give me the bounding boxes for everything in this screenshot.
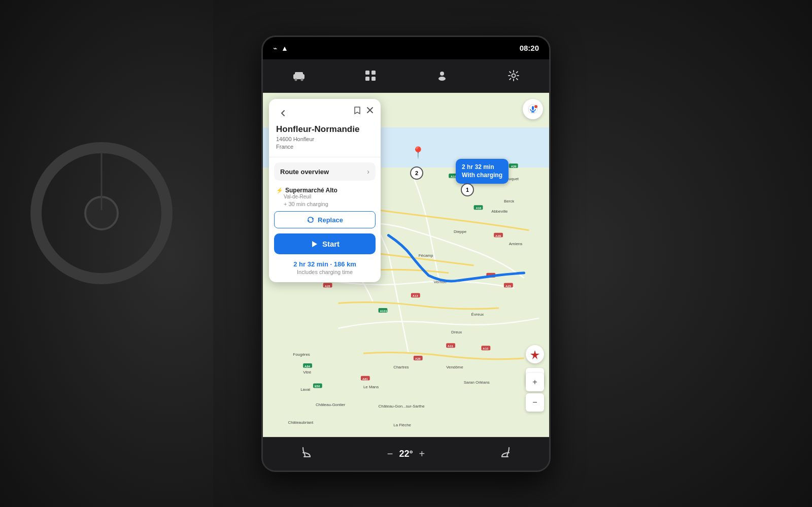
svg-text:A131: A131 <box>380 310 388 313</box>
speed-button[interactable] <box>526 345 544 363</box>
route-overview-button[interactable]: Route overview › <box>274 162 376 181</box>
temperature-control: − 22° + <box>387 448 425 460</box>
close-button[interactable] <box>366 107 374 116</box>
svg-point-3 <box>300 79 303 81</box>
svg-point-2 <box>294 79 297 81</box>
map-container: A26 A16 A16 A29 A13 A25 A13 A131 <box>263 93 549 437</box>
zoom-in-button[interactable]: + <box>526 373 544 391</box>
svg-rect-6 <box>365 77 369 81</box>
svg-text:Dreux: Dreux <box>451 329 462 334</box>
wifi-icon: ▲ <box>281 44 288 52</box>
destination-pin: 📍 <box>411 146 425 159</box>
tablet: ⌁ ▲ 08:20 <box>261 36 551 472</box>
charging-time: + 30 min charging <box>284 201 374 207</box>
svg-text:Berck: Berck <box>504 199 514 204</box>
svg-rect-5 <box>371 71 376 75</box>
svg-rect-1 <box>295 72 303 75</box>
seat-left-icon[interactable] <box>300 446 313 462</box>
replace-icon <box>307 216 315 224</box>
svg-text:A84: A84 <box>304 364 311 367</box>
svg-text:A13: A13 <box>413 294 419 297</box>
status-bar: ⌁ ▲ 08:20 <box>263 37 549 59</box>
navigation-icon: ⌁ <box>273 44 277 52</box>
replace-button[interactable]: Replace <box>274 211 376 228</box>
svg-point-8 <box>440 72 444 76</box>
svg-text:Château-Gon...sur-Sarthe: Château-Gon...sur-Sarthe <box>379 404 425 409</box>
svg-text:Dieppe: Dieppe <box>454 229 467 233</box>
steering-wheel-area <box>0 0 213 507</box>
svg-text:A11: A11 <box>448 345 454 348</box>
svg-text:Le Mans: Le Mans <box>363 385 379 389</box>
nav-gear-icon[interactable] <box>503 65 524 86</box>
svg-text:Saran Orléans: Saran Orléans <box>464 380 490 384</box>
nav-person-icon[interactable] <box>432 65 452 86</box>
svg-text:Vitré: Vitré <box>303 369 312 374</box>
seat-right-icon[interactable] <box>499 446 512 462</box>
waypoint-marker-2: 2 <box>410 166 423 180</box>
temp-value: 22° <box>399 449 413 459</box>
svg-text:La Flèche: La Flèche <box>393 422 411 427</box>
svg-rect-7 <box>371 77 376 81</box>
svg-point-70 <box>534 105 537 108</box>
svg-text:E50: E50 <box>315 385 320 388</box>
tooltip-line2: With charging <box>462 171 502 180</box>
mic-button[interactable] <box>523 99 543 119</box>
svg-text:Amiens: Amiens <box>509 242 522 246</box>
start-button[interactable]: Start <box>274 233 376 254</box>
trip-includes: Includes charging time <box>276 269 374 275</box>
nav-car-icon[interactable] <box>289 65 309 86</box>
address-line2: France <box>276 144 293 150</box>
charging-stop-info: ⚡ Supermarché Alto Val-de-Reuil + 30 min… <box>269 184 381 211</box>
svg-text:Châteaubriant: Châteaubriant <box>288 420 313 424</box>
trip-time: 2 hr 32 min · 186 km <box>276 260 374 268</box>
card-header-left <box>276 106 290 120</box>
svg-marker-82 <box>312 241 317 247</box>
steering-wheel <box>30 142 173 284</box>
svg-text:A81: A81 <box>362 377 368 380</box>
card-header-actions <box>353 106 374 116</box>
bookmark-button[interactable] <box>353 106 361 116</box>
route-card: Honfleur-Normandie 14600 Honfleur France… <box>269 99 381 283</box>
svg-point-10 <box>512 74 515 78</box>
nav-grid-icon[interactable] <box>360 65 381 86</box>
svg-text:A16: A16 <box>476 207 482 210</box>
tooltip-line1: 2 hr 32 min <box>462 163 502 172</box>
svg-text:Vendôme: Vendôme <box>446 364 463 369</box>
bottom-bar: − 22° + <box>263 437 549 470</box>
temp-minus-button[interactable]: − <box>387 448 393 460</box>
map-controls: + − <box>526 373 544 412</box>
card-title: Honfleur-Normandie 14600 Honfleur France <box>269 120 381 152</box>
start-icon <box>310 240 318 248</box>
destination-address: 14600 Honfleur France <box>276 136 374 151</box>
start-label: Start <box>322 240 340 248</box>
svg-text:Chartres: Chartres <box>393 364 409 369</box>
charging-stop-name: ⚡ Supermarché Alto <box>276 187 374 194</box>
destination-name: Honfleur-Normandie <box>276 124 374 134</box>
svg-text:Fougères: Fougères <box>293 352 310 357</box>
zoom-out-button[interactable]: − <box>526 393 544 412</box>
back-button[interactable] <box>276 106 290 120</box>
svg-text:A25: A25 <box>505 284 512 287</box>
svg-text:A10: A10 <box>483 347 489 350</box>
charging-stop-location: Val-de-Reuil <box>284 194 374 199</box>
svg-marker-71 <box>530 350 539 359</box>
status-time: 08:20 <box>520 44 539 52</box>
svg-text:Évreux: Évreux <box>471 312 484 316</box>
svg-text:Laval: Laval <box>300 387 310 392</box>
address-line1: 14600 Honfleur <box>276 136 314 142</box>
svg-text:Château-Gontier: Château-Gontier <box>316 402 346 407</box>
svg-text:Abbeville: Abbeville <box>491 209 508 214</box>
temp-plus-button[interactable]: + <box>419 448 425 460</box>
right-panel <box>518 0 812 507</box>
svg-text:A28: A28 <box>415 357 421 360</box>
status-icons: ⌁ ▲ <box>273 44 288 52</box>
svg-point-9 <box>438 77 446 81</box>
lightning-icon: ⚡ <box>276 187 283 194</box>
replace-label: Replace <box>318 216 343 224</box>
car-interior: ⌁ ▲ 08:20 <box>0 0 812 507</box>
divider <box>269 157 381 157</box>
svg-rect-67 <box>532 106 534 110</box>
trip-info: 2 hr 32 min · 186 km Includes charging t… <box>269 258 381 282</box>
route-overview-label: Route overview <box>280 168 329 176</box>
svg-rect-4 <box>365 71 369 75</box>
